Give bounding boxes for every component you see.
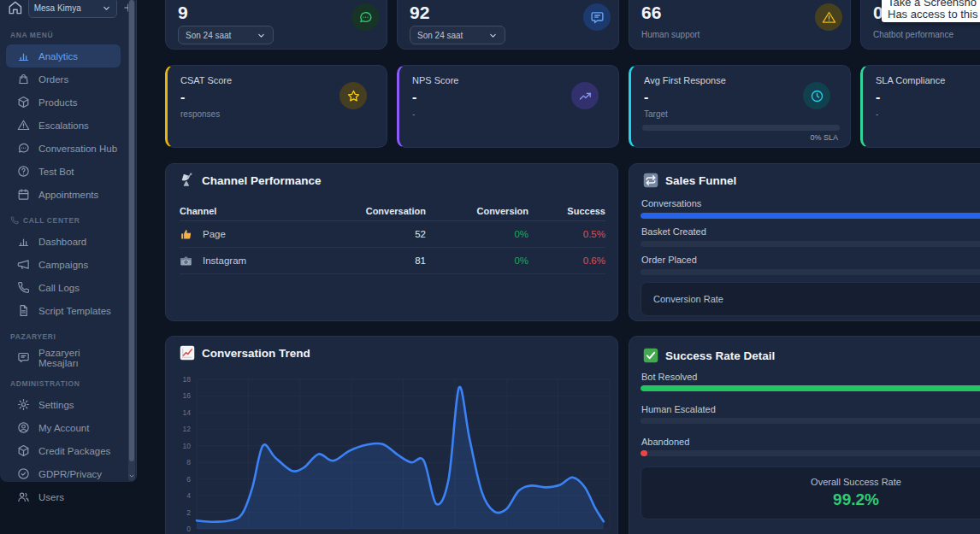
svg-text:10: 10 (183, 442, 192, 450)
svg-text:4: 4 (186, 491, 191, 500)
kpi-card-nps: NPS Score - - (397, 65, 619, 148)
column-header: Conversion (426, 206, 528, 216)
kpi-subtitle: - (876, 109, 878, 119)
channel-table: Channel Conversation Conversion Success … (180, 202, 605, 274)
warning-icon (815, 3, 842, 31)
sla-progress-bar (642, 125, 840, 131)
section-label: PAZARYERI (10, 332, 56, 341)
sidebar-header: Mesa Kimya (0, 0, 134, 21)
funnel-bar-conversations (641, 213, 980, 219)
analytics-icon (17, 50, 30, 62)
kpi-value: - (644, 90, 648, 105)
sidebar-item-settings[interactable]: Settings (6, 393, 121, 416)
sidebar-item-gdpr-privacy[interactable]: GDPR/Privacy (6, 462, 121, 485)
workspace-select[interactable]: Mesa Kimya (28, 0, 118, 18)
kpi-value: - (412, 90, 416, 105)
sidebar-item-orders[interactable]: Orders (6, 67, 121, 91)
channel-name: Page (203, 229, 226, 239)
sidebar-item-my-account[interactable]: My Account (6, 416, 121, 439)
section-label: ADMINISTRATION (10, 379, 80, 388)
column-header: Success (528, 206, 605, 216)
overall-success-box: Overall Success Rate 99.2% (641, 467, 980, 519)
home-icon[interactable] (8, 0, 23, 15)
success-rate: 0.5% (528, 229, 605, 239)
screenshot-permission-tooltip: Take a Screensho Has access to this (882, 0, 980, 22)
conversation-trend-chart: 024681012141618 (174, 371, 615, 534)
svg-text:16: 16 (183, 391, 192, 400)
kpi-card-sla-compliance: SLA Compliance - - (860, 65, 980, 148)
stat-value: 9 (178, 3, 188, 23)
column-header: Conversation (302, 206, 426, 216)
sidebar-item-conversation-hub[interactable]: Conversation Hub (6, 137, 121, 160)
svg-text:6: 6 (186, 475, 191, 484)
sidebar-scrollbar[interactable] (128, 0, 135, 481)
channel-name: Instagram (203, 255, 246, 266)
svg-text:2: 2 (186, 508, 191, 517)
stat-card-conversations: 9 Son 24 saat (165, 0, 387, 50)
overall-success-value: 99.2% (833, 490, 879, 509)
call-logs-icon (17, 281, 30, 294)
panel-title: Sales Funnel (665, 174, 736, 187)
sidebar-item-label: Orders (38, 74, 68, 85)
script-templates-icon (17, 304, 30, 317)
sales-funnel-panel: Sales Funnel Conversations Basket Create… (629, 163, 980, 321)
stat-subtitle: Human support (641, 30, 700, 39)
marketplace-messages-icon (17, 351, 30, 364)
sidebar-item-campaigns[interactable]: Campaigns (6, 253, 121, 276)
sidebar-item-products[interactable]: Products (6, 91, 121, 114)
sidebar-item-test-bot[interactable]: Test Bot (6, 160, 121, 183)
conversation-hub-icon (17, 142, 30, 155)
sidebar: Mesa Kimya ANA MENÜ Analytics Orders Pro… (0, 0, 137, 482)
overall-success-label: Overall Success Rate (811, 477, 901, 487)
kpi-card-avg-first-response: Avg First Response - Target 0% SLA (629, 65, 851, 148)
user-icon (17, 421, 30, 434)
sidebar-item-analytics[interactable]: Analytics (6, 44, 121, 67)
success-bar-label: Abandoned (641, 437, 689, 447)
sidebar-item-dashboard[interactable]: Dashboard (6, 230, 121, 253)
scroll-down-icon[interactable] (128, 472, 135, 480)
star-icon (339, 82, 367, 109)
kpi-title: Avg First Response (644, 75, 726, 85)
time-filter-value: Son 24 saat (186, 31, 231, 40)
conversion-rate-label: Conversion Rate (653, 294, 723, 304)
svg-text:14: 14 (183, 408, 192, 417)
kpi-title: SLA Compliance (876, 75, 945, 85)
sidebar-item-label: Products (38, 97, 77, 108)
privacy-check-icon (17, 467, 30, 480)
scrollbar-thumb[interactable] (129, 0, 134, 461)
panel-title: Success Rate Detail (665, 349, 775, 362)
panel-title: Conversation Trend (202, 347, 310, 360)
sidebar-item-users[interactable]: Users (6, 485, 121, 508)
time-filter-select[interactable]: Son 24 saat (410, 26, 505, 44)
bar-abandoned (641, 450, 980, 456)
sidebar-item-call-logs[interactable]: Call Logs (6, 276, 121, 299)
sidebar-item-escalations[interactable]: Escalations (6, 114, 121, 137)
funnel-bar-order-placed (641, 269, 980, 275)
sidebar-item-label: Conversation Hub (38, 144, 117, 154)
chevron-down-icon (488, 31, 498, 40)
conversion-rate-box: Conversion Rate (641, 282, 980, 316)
kpi-value: - (180, 90, 185, 105)
stat-card-human-support: 66 Human support (629, 0, 851, 50)
sidebar-item-label: Settings (38, 400, 74, 410)
sidebar-item-label: GDPR/Privacy (38, 469, 102, 479)
campaigns-icon (17, 258, 30, 271)
satellite-icon (180, 173, 195, 188)
sidebar-item-label: Test Bot (38, 167, 74, 177)
sidebar-item-credit-packages[interactable]: Credit Packages (6, 439, 121, 462)
sidebar-item-appointments[interactable]: Appointments (6, 183, 121, 206)
sidebar-item-pazaryeri-mesajlari[interactable]: Pazaryeri Mesajları (6, 346, 121, 369)
sidebar-item-label: Users (38, 492, 64, 502)
kpi-subtitle: Target (644, 109, 668, 119)
kpi-title: CSAT Score (180, 75, 232, 85)
success-rate: 0.6% (528, 255, 605, 266)
escalations-icon (17, 119, 30, 132)
orders-icon (17, 73, 30, 85)
sidebar-item-label: Escalations (38, 120, 89, 131)
time-filter-select[interactable]: Son 24 saat (178, 26, 274, 44)
success-rate-panel: Success Rate Detail Bot Resolved Human E… (629, 336, 980, 534)
kpi-card-csat: CSAT Score - responses (165, 65, 387, 148)
sidebar-item-script-templates[interactable]: Script Templates (6, 299, 121, 322)
sidebar-item-label: Campaigns (38, 260, 88, 270)
users-icon (17, 490, 30, 503)
